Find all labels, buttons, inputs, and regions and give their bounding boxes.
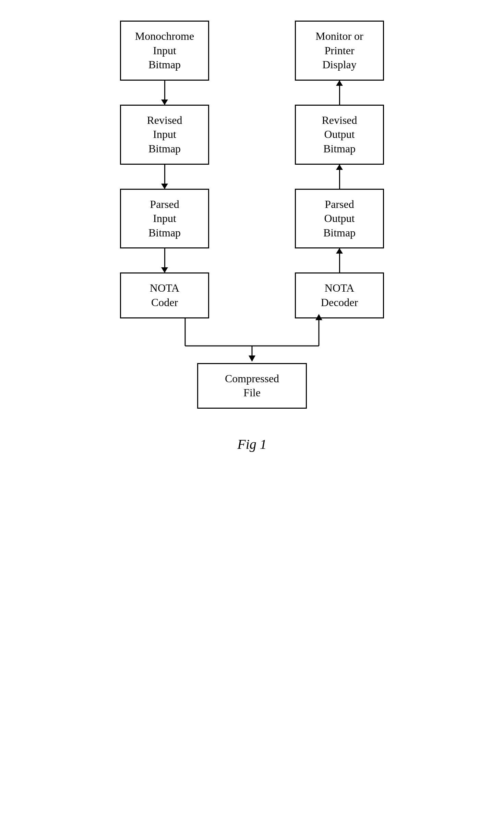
arrow-nota-decoder-to-parsed-output: [339, 248, 340, 272]
figure-label: Fig 1: [237, 436, 267, 452]
revised-input-bitmap-box: Revised Input Bitmap: [120, 105, 209, 165]
nota-decoder-label: NOTA Decoder: [321, 282, 358, 308]
arrow-parsed-output-to-revised-output: [339, 165, 340, 189]
left-column: Monochrome Input Bitmap Revised Input Bi…: [98, 21, 231, 318]
nota-coder-box: NOTA Coder: [120, 272, 209, 318]
compressed-file-box: Compressed File: [197, 363, 307, 409]
revised-output-bitmap-label: Revised Output Bitmap: [322, 114, 357, 155]
revised-input-bitmap-label: Revised Input Bitmap: [147, 114, 182, 155]
monitor-printer-display-label: Monitor or Printer Display: [315, 30, 363, 71]
revised-output-bitmap-box: Revised Output Bitmap: [295, 105, 384, 165]
svg-marker-4: [249, 355, 255, 362]
nota-decoder-box: NOTA Decoder: [295, 272, 384, 318]
arrow-revised-output-to-monitor: [339, 81, 340, 105]
arrow-revised-to-parsed: [164, 165, 165, 189]
arrow-monochrome-to-revised: [164, 81, 165, 105]
compressed-file-label: Compressed File: [225, 372, 279, 399]
parsed-input-bitmap-label: Parsed Input Bitmap: [148, 198, 181, 239]
monitor-printer-display-box: Monitor or Printer Display: [295, 21, 384, 81]
parsed-output-bitmap-box: Parsed Output Bitmap: [295, 189, 384, 249]
right-column: Monitor or Printer Display Revised Outpu…: [273, 21, 406, 318]
arrow-parsed-to-nota: [164, 248, 165, 272]
nota-coder-label: NOTA Coder: [150, 282, 179, 308]
bottom-connector-svg: [118, 318, 386, 363]
parsed-input-bitmap-box: Parsed Input Bitmap: [120, 189, 209, 249]
monochrome-input-bitmap-box: Monochrome Input Bitmap: [120, 21, 209, 81]
parsed-output-bitmap-label: Parsed Output Bitmap: [323, 198, 356, 239]
diagram-container: Monochrome Input Bitmap Revised Input Bi…: [98, 21, 406, 452]
monochrome-input-bitmap-label: Monochrome Input Bitmap: [135, 30, 194, 71]
